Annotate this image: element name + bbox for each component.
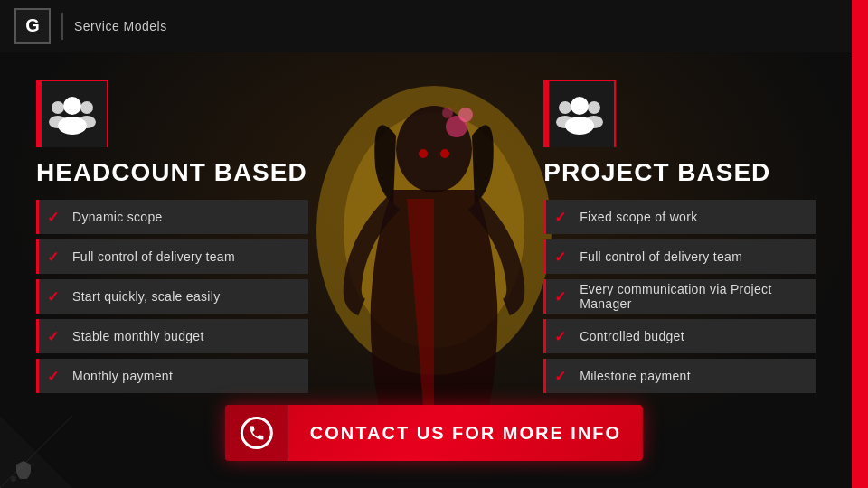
feature-label: Monthly payment <box>72 369 173 383</box>
feature-label: Full control of delivery team <box>580 249 742 264</box>
contact-button[interactable]: CONTACT US FOR MORE INFO <box>225 405 643 461</box>
project-icon-box <box>543 80 616 147</box>
check-icon: ✓ <box>47 288 63 305</box>
check-icon: ✓ <box>554 288 571 305</box>
svg-point-16 <box>559 101 571 114</box>
feature-label: Full control of delivery team <box>72 249 235 264</box>
list-item: ✓ Full control of delivery team <box>543 239 816 274</box>
check-icon: ✓ <box>554 209 571 226</box>
header-title: Service Models <box>74 19 167 33</box>
list-item: ✓ Monthly payment <box>36 359 308 393</box>
list-item: ✓ Full control of delivery team <box>36 239 308 274</box>
check-icon: ✓ <box>554 328 571 345</box>
list-item: ✓ Fixed scope of work <box>543 200 816 234</box>
header-divider <box>61 13 63 40</box>
list-item: ✓ Every communication via Project Manage… <box>543 279 816 314</box>
svg-point-8 <box>63 97 81 115</box>
feature-label: Milestone payment <box>580 369 691 383</box>
project-people-icon <box>556 95 603 135</box>
phone-svg <box>247 424 265 442</box>
svg-point-10 <box>52 101 64 114</box>
phone-icon <box>240 417 272 449</box>
project-title: PROJECT BASED <box>543 158 816 187</box>
header-logo: G <box>14 8 51 44</box>
svg-point-11 <box>49 116 67 128</box>
logo-letter: G <box>25 15 40 36</box>
svg-point-18 <box>588 101 600 114</box>
list-item: ✓ Dynamic scope <box>36 200 308 234</box>
check-icon: ✓ <box>554 368 571 385</box>
shield-icon <box>16 461 31 479</box>
cta-container: CONTACT US FOR MORE INFO <box>225 405 643 461</box>
right-bar <box>852 0 868 488</box>
svg-point-13 <box>78 116 96 128</box>
header: G Service Models <box>0 0 868 52</box>
feature-label: Controlled budget <box>580 329 684 343</box>
headcount-card: HEADCOUNT BASED ✓ Dynamic scope ✓ Full c… <box>36 80 308 393</box>
headcount-title: HEADCOUNT BASED <box>36 158 308 187</box>
svg-point-19 <box>585 116 603 128</box>
feature-label: Every communication via Project Manager <box>580 282 805 311</box>
list-item: ✓ Start quickly, scale easily <box>36 279 308 314</box>
cta-label: CONTACT US FOR MORE INFO <box>288 423 643 444</box>
check-icon: ✓ <box>554 249 571 266</box>
feature-label: Start quickly, scale easily <box>72 289 220 304</box>
list-item: ✓ Stable monthly budget <box>36 319 308 353</box>
right-decoration <box>852 0 868 488</box>
list-item: ✓ Controlled budget <box>543 319 816 353</box>
list-item: ✓ Milestone payment <box>543 359 816 393</box>
svg-point-14 <box>571 97 589 115</box>
check-icon: ✓ <box>47 328 63 345</box>
headcount-features: ✓ Dynamic scope ✓ Full control of delive… <box>36 200 308 393</box>
headcount-icon-box <box>36 80 108 147</box>
svg-point-17 <box>556 116 574 128</box>
headcount-people-icon <box>49 95 96 135</box>
project-features: ✓ Fixed scope of work ✓ Full control of … <box>543 200 816 393</box>
feature-label: Fixed scope of work <box>580 210 697 224</box>
feature-label: Stable monthly budget <box>72 329 204 343</box>
check-icon: ✓ <box>47 249 63 266</box>
feature-label: Dynamic scope <box>72 210 163 224</box>
check-icon: ✓ <box>47 209 63 226</box>
check-icon: ✓ <box>47 368 63 385</box>
svg-point-12 <box>80 101 93 114</box>
cta-icon-area <box>225 405 288 461</box>
project-card: PROJECT BASED ✓ Fixed scope of work ✓ Fu… <box>543 80 816 393</box>
